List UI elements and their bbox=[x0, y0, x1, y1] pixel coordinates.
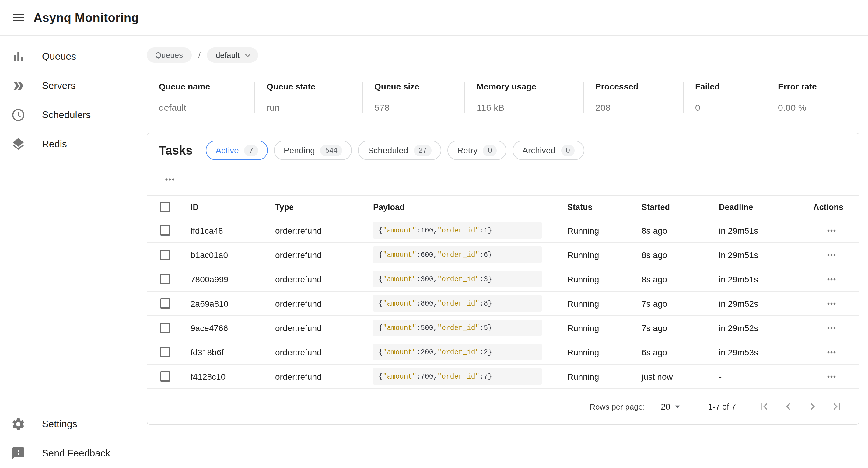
task-type-cell: order:refund bbox=[266, 267, 363, 291]
sidebar-item-settings[interactable]: Settings bbox=[0, 410, 147, 439]
row-checkbox[interactable] bbox=[160, 250, 170, 260]
table-more-actions-button[interactable] bbox=[161, 172, 178, 187]
rows-per-page-select[interactable]: 20 bbox=[661, 401, 684, 413]
stat-label: Processed bbox=[595, 82, 683, 91]
column-header-payload: Payload bbox=[363, 196, 558, 218]
tab-active[interactable]: Active 7 bbox=[206, 141, 268, 160]
feedback-icon bbox=[11, 446, 26, 461]
stat-value: run bbox=[267, 102, 362, 113]
stat-value: 0 bbox=[695, 102, 766, 113]
chevron-right-icon bbox=[806, 400, 819, 413]
task-actions-cell bbox=[804, 267, 859, 291]
task-status-cell: Running bbox=[558, 316, 632, 340]
row-checkbox[interactable] bbox=[160, 274, 170, 284]
column-header-status: Status bbox=[558, 196, 632, 218]
column-header-deadline: Deadline bbox=[709, 196, 804, 218]
row-checkbox[interactable] bbox=[160, 225, 170, 236]
breadcrumb: Queues / default bbox=[147, 48, 861, 63]
task-id-cell: 7800a999 bbox=[181, 267, 266, 291]
table-row: 7800a999 order:refund {"amount":300,"ord… bbox=[147, 267, 859, 291]
row-actions-button[interactable] bbox=[822, 320, 840, 335]
stat-label: Queue name bbox=[159, 82, 254, 91]
row-actions-button[interactable] bbox=[822, 296, 840, 311]
task-status-cell: Running bbox=[558, 243, 632, 267]
app-title: Asynq Monitoring bbox=[33, 11, 139, 25]
sidebar-item-queues[interactable]: Queues bbox=[0, 42, 147, 71]
tab-count-badge: 0 bbox=[483, 145, 497, 156]
app-bar: Asynq Monitoring bbox=[0, 0, 868, 36]
stat-value: 208 bbox=[595, 102, 683, 113]
stat-label: Failed bbox=[695, 82, 766, 91]
task-id-cell: 9ace4766 bbox=[181, 316, 266, 340]
tasks-card: Tasks Active 7 Pending 544 Scheduled 27 bbox=[147, 133, 860, 425]
sidebar-item-send-feedback[interactable]: Send Feedback bbox=[0, 439, 147, 468]
task-started-cell: 8s ago bbox=[632, 243, 709, 267]
select-all-checkbox[interactable] bbox=[160, 202, 170, 212]
row-checkbox[interactable] bbox=[160, 347, 170, 357]
task-started-cell: 6s ago bbox=[632, 340, 709, 364]
task-actions-cell bbox=[804, 364, 859, 388]
hamburger-menu-button[interactable] bbox=[7, 7, 29, 29]
tab-archived[interactable]: Archived 0 bbox=[513, 141, 584, 160]
task-id-cell: 2a69a810 bbox=[181, 291, 266, 316]
task-started-cell: 7s ago bbox=[632, 316, 709, 340]
row-checkbox[interactable] bbox=[160, 323, 170, 333]
sidebar-item-servers[interactable]: Servers bbox=[0, 71, 147, 100]
task-payload-code: {"amount":600,"order_id":6} bbox=[373, 247, 542, 263]
first-page-icon bbox=[757, 400, 771, 413]
double-arrow-icon bbox=[11, 79, 26, 93]
breadcrumb-current-label: default bbox=[216, 51, 240, 60]
task-status-cell: Running bbox=[558, 218, 632, 243]
task-status-cell: Running bbox=[558, 340, 632, 364]
column-header-actions: Actions bbox=[804, 196, 859, 218]
row-checkbox[interactable] bbox=[160, 299, 170, 309]
table-row: f4128c10 order:refund {"amount":700,"ord… bbox=[147, 364, 859, 388]
table-row: b1ac01a0 order:refund {"amount":600,"ord… bbox=[147, 243, 859, 267]
table-row: 9ace4766 order:refund {"amount":500,"ord… bbox=[147, 316, 859, 340]
tab-count-badge: 27 bbox=[413, 145, 432, 156]
app-root: Asynq Monitoring Queues Servers bbox=[0, 0, 868, 468]
sidebar-item-redis[interactable]: Redis bbox=[0, 130, 147, 159]
arrow-drop-down-icon bbox=[672, 401, 684, 413]
breadcrumb-separator: / bbox=[198, 50, 200, 60]
row-actions-button[interactable] bbox=[822, 247, 840, 262]
stat-processed: Processed 208 bbox=[583, 82, 683, 113]
previous-page-button[interactable] bbox=[776, 397, 800, 416]
task-id-cell: ffd1ca48 bbox=[181, 218, 266, 243]
task-deadline-cell: in 29m51s bbox=[709, 267, 804, 291]
sidebar-item-schedulers[interactable]: Schedulers bbox=[0, 100, 147, 130]
stat-value: 0.00 % bbox=[778, 102, 861, 113]
bar-chart-icon bbox=[11, 49, 26, 64]
task-payload-cell: {"amount":700,"order_id":7} bbox=[363, 364, 558, 388]
rows-per-page-label: Rows per page: bbox=[590, 402, 645, 411]
row-actions-button[interactable] bbox=[822, 345, 840, 360]
task-payload-code: {"amount":700,"order_id":7} bbox=[373, 368, 542, 385]
tab-label: Active bbox=[215, 146, 239, 155]
task-started-cell: 7s ago bbox=[632, 291, 709, 316]
row-checkbox[interactable] bbox=[160, 372, 170, 382]
task-actions-cell bbox=[804, 340, 859, 364]
more-horizontal-icon bbox=[825, 322, 837, 334]
tab-scheduled[interactable]: Scheduled 27 bbox=[358, 141, 441, 160]
task-payload-cell: {"amount":100,"order_id":1} bbox=[363, 218, 558, 243]
task-status-cell: Running bbox=[558, 291, 632, 316]
breadcrumb-queues-chip[interactable]: Queues bbox=[147, 48, 191, 63]
tab-retry[interactable]: Retry 0 bbox=[447, 141, 506, 160]
first-page-button[interactable] bbox=[752, 397, 776, 416]
stat-value: default bbox=[159, 102, 254, 113]
breadcrumb-queue-select-chip[interactable]: default bbox=[207, 48, 258, 63]
task-payload-cell: {"amount":200,"order_id":2} bbox=[363, 340, 558, 364]
task-table-body: ffd1ca48 order:refund {"amount":100,"ord… bbox=[147, 218, 859, 388]
more-horizontal-icon bbox=[825, 249, 837, 261]
task-deadline-cell: in 29m53s bbox=[709, 340, 804, 364]
tab-pending[interactable]: Pending 544 bbox=[274, 141, 352, 160]
next-page-button[interactable] bbox=[800, 397, 825, 416]
row-actions-button[interactable] bbox=[822, 223, 840, 238]
tasks-table: ID Type Payload Status Started Deadline … bbox=[147, 195, 859, 389]
last-page-button[interactable] bbox=[825, 397, 849, 416]
row-actions-button[interactable] bbox=[822, 272, 840, 286]
sidebar-main-nav: Queues Servers Schedulers bbox=[0, 42, 147, 159]
row-actions-button[interactable] bbox=[822, 369, 840, 384]
table-row: ffd1ca48 order:refund {"amount":100,"ord… bbox=[147, 218, 859, 243]
tab-label: Archived bbox=[522, 146, 555, 155]
